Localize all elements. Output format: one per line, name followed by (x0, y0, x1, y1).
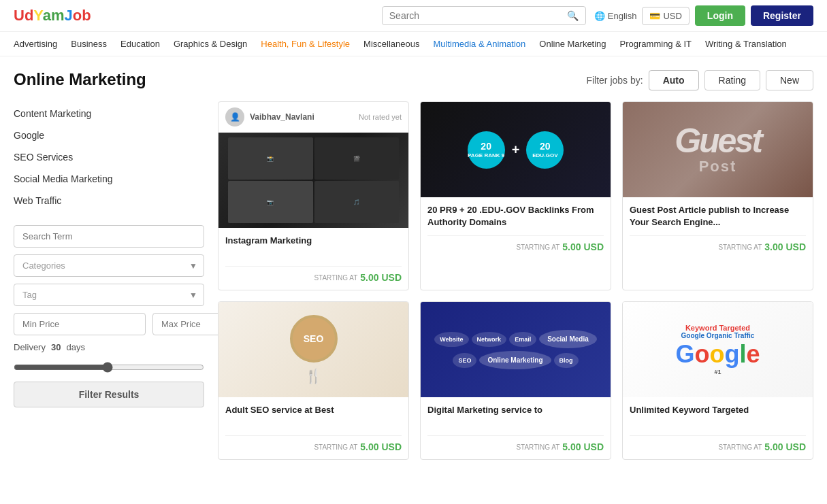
delivery-slider[interactable] (14, 362, 204, 373)
login-button[interactable]: Login (695, 5, 745, 26)
sidebar-item-seo-services[interactable]: SEO Services (14, 146, 204, 168)
job-card[interactable]: Guest Post Guest Post Article publish to… (622, 101, 813, 290)
nav-item-advertising[interactable]: Advertising (14, 39, 57, 49)
search-bar[interactable]: 🔍 (382, 6, 586, 25)
job-card[interactable]: 👤 Vaibhav_Navlani Not rated yet 📸 🎬 📷 🎵 … (218, 101, 409, 290)
job-title: Unlimited Keyword Targeted (630, 404, 806, 429)
jobs-grid: 👤 Vaibhav_Navlani Not rated yet 📸 🎬 📷 🎵 … (218, 101, 813, 460)
header-controls: 🌐 English 💳 USD Login Register (594, 5, 813, 26)
main-content: Online Marketing Content Marketing Googl… (0, 56, 827, 473)
job-price-row: STARTING AT 5.00 USD (630, 435, 806, 452)
avatar: 👤 (225, 107, 244, 127)
delivery-slider-container (14, 362, 204, 375)
min-price-input[interactable] (14, 313, 146, 335)
rating-label: Not rated yet (359, 113, 402, 121)
categories-select[interactable]: Categories (14, 254, 204, 277)
job-price-row: STARTING AT 5.00 USD (427, 235, 604, 252)
job-card-body: 20 PR9 + 20 .EDU-.GOV Backlinks From Aut… (421, 197, 611, 259)
filter-jobs-label: Filter jobs by: (586, 75, 643, 86)
job-image: Keyword Targeted Google Organic Traffic … (623, 302, 813, 397)
sidebar-item-google[interactable]: Google (14, 124, 204, 146)
plus-sign: + (512, 142, 520, 158)
logo-ob: ob (73, 7, 91, 24)
filter-results-button[interactable]: Filter Results (14, 382, 204, 407)
job-title: Digital Marketing service to (427, 404, 604, 429)
job-price-row: STARTING AT 3.00 USD (630, 235, 806, 252)
logo[interactable]: UdYamJob (14, 7, 91, 24)
nav-item-business[interactable]: Business (71, 39, 107, 49)
logo-y: Y (33, 7, 42, 24)
delivery-unit: days (66, 342, 84, 352)
nav-item-miscellaneous[interactable]: Miscellaneous (363, 39, 419, 49)
starting-at-label: STARTING AT (718, 243, 762, 251)
starting-at-label: STARTING AT (314, 274, 357, 282)
tag-select[interactable]: Tag (14, 284, 204, 306)
job-price: 5.00 USD (562, 441, 604, 452)
job-image: 20 PAGE RANK 9 + 20 EDU-GOV (421, 102, 611, 197)
job-card[interactable]: Keyword Targeted Google Organic Traffic … (622, 301, 813, 460)
job-price: 3.00 USD (764, 241, 806, 252)
filter-bar: Filter jobs by: Auto Rating New (218, 70, 813, 90)
logo-j: J (65, 7, 73, 24)
search-icon: 🔍 (567, 10, 579, 21)
nav-item-graphics[interactable]: Graphics & Design (174, 39, 247, 49)
language-globe-button[interactable]: 🌐 English (594, 11, 637, 21)
job-price: 5.00 USD (764, 441, 806, 452)
circle-badge-left: 20 PAGE RANK 9 (468, 131, 505, 169)
job-image: Website Network Email Social Media SEO O… (421, 302, 611, 397)
currency-icon: 💳 (649, 11, 660, 21)
job-price-row: STARTING AT 5.00 USD (427, 435, 604, 452)
main-nav: Advertising Business Education Graphics … (0, 32, 827, 56)
search-input[interactable] (389, 10, 567, 21)
filter-tab-rating[interactable]: Rating (704, 70, 760, 90)
job-card[interactable]: SEO 🍴 Adult SEO service at Best STARTING… (218, 301, 409, 460)
page-title: Online Marketing (14, 70, 204, 89)
language-label: English (608, 11, 637, 21)
job-card-body: Instagram Marketing STARTING AT 5.00 USD (218, 228, 408, 290)
search-term-input[interactable] (14, 225, 204, 248)
seller-name: Vaibhav_Navlani (250, 112, 314, 122)
nav-item-programming[interactable]: Programming & IT (620, 39, 692, 49)
sidebar-item-social-media[interactable]: Social Media Marketing (14, 168, 204, 190)
job-image: Guest Post (623, 102, 813, 197)
job-card-body: Adult SEO service at Best STARTING AT 5.… (218, 397, 408, 459)
categories-select-wrapper: Categories ▼ (14, 254, 204, 277)
sidebar-item-content-marketing[interactable]: Content Marketing (14, 103, 204, 124)
nav-item-multimedia[interactable]: Multimedia & Animation (433, 39, 525, 49)
job-price: 5.00 USD (360, 272, 402, 283)
currency-label: USD (663, 11, 681, 21)
nav-item-online-marketing[interactable]: Online Marketing (539, 39, 606, 49)
delivery-days-value: 30 (51, 342, 61, 352)
logo-ud: Ud (14, 7, 33, 24)
filter-tab-new[interactable]: New (766, 70, 813, 90)
job-image: 📸 🎬 📷 🎵 (218, 133, 408, 228)
globe-icon: 🌐 (594, 11, 605, 21)
starting-at-label: STARTING AT (718, 443, 762, 451)
job-card-body: Digital Marketing service to STARTING AT… (421, 397, 611, 459)
delivery-label: Delivery (14, 342, 46, 352)
currency-selector[interactable]: 💳 USD (642, 7, 689, 25)
sidebar-item-web-traffic[interactable]: Web Traffic (14, 190, 204, 212)
job-card-header: 👤 Vaibhav_Navlani Not rated yet (218, 102, 408, 133)
logo-am: am (43, 7, 65, 24)
nav-item-education[interactable]: Education (120, 39, 160, 49)
job-card[interactable]: 20 PAGE RANK 9 + 20 EDU-GOV 20 PR9 + 20 … (420, 101, 611, 290)
nav-item-health[interactable]: Health, Fun & Lifestyle (261, 39, 350, 49)
content-area: Filter jobs by: Auto Rating New 👤 Vaibha… (218, 70, 813, 460)
price-range-row (14, 313, 204, 335)
job-price: 5.00 USD (360, 441, 402, 452)
sidebar-categories: Content Marketing Google SEO Services So… (14, 103, 204, 212)
job-card-body: Guest Post Article publish to Increase Y… (623, 197, 813, 259)
circle-badge-right: 20 EDU-GOV (526, 131, 564, 169)
job-title: Instagram Marketing (225, 235, 402, 259)
job-title: Adult SEO service at Best (225, 404, 402, 429)
starting-at-label: STARTING AT (516, 443, 560, 451)
tag-select-wrapper: Tag ▼ (14, 284, 204, 306)
job-price: 5.00 USD (562, 241, 604, 252)
register-button[interactable]: Register (751, 5, 813, 26)
job-card[interactable]: Website Network Email Social Media SEO O… (420, 301, 611, 460)
job-card-body: Unlimited Keyword Targeted STARTING AT 5… (623, 397, 813, 459)
filter-tab-auto[interactable]: Auto (649, 70, 699, 90)
nav-item-writing[interactable]: Writing & Translation (705, 39, 787, 49)
starting-at-label: STARTING AT (314, 443, 357, 451)
